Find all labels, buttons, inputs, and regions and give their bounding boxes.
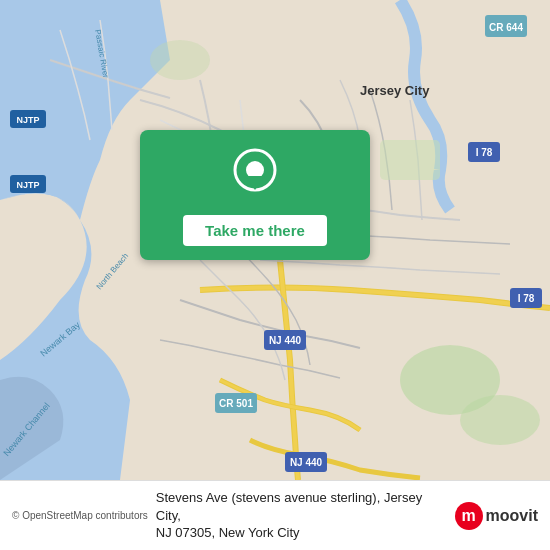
bottom-bar: © OpenStreetMap contributors Stevens Ave… xyxy=(0,480,550,550)
moovit-icon: m xyxy=(455,502,483,530)
moovit-logo: m moovit xyxy=(455,502,538,530)
svg-text:Jersey City: Jersey City xyxy=(360,83,430,98)
moovit-text: moovit xyxy=(486,507,538,525)
svg-text:I 78: I 78 xyxy=(476,147,493,158)
take-me-there-overlay: Take me there xyxy=(140,130,370,260)
svg-text:NJTP: NJTP xyxy=(16,115,39,125)
copyright-text: © OpenStreetMap contributors xyxy=(12,510,148,521)
address-line1: Stevens Ave (stevens avenue sterling), J… xyxy=(156,490,422,523)
svg-point-4 xyxy=(150,40,210,80)
svg-text:CR 644: CR 644 xyxy=(489,22,523,33)
address-container: Stevens Ave (stevens avenue sterling), J… xyxy=(156,489,447,542)
svg-text:NJ 440: NJ 440 xyxy=(290,457,323,468)
svg-text:I 78: I 78 xyxy=(518,293,535,304)
svg-point-2 xyxy=(460,395,540,445)
take-me-there-button[interactable]: Take me there xyxy=(183,215,327,246)
svg-rect-3 xyxy=(380,140,440,180)
map-container: Jersey City CR 644 I 78 I 78 NJ 440 NJ 4… xyxy=(0,0,550,480)
svg-text:NJTP: NJTP xyxy=(16,180,39,190)
map-pin xyxy=(233,148,277,206)
svg-text:NJ 440: NJ 440 xyxy=(269,335,302,346)
address-line2: NJ 07305, New York City xyxy=(156,525,300,540)
svg-text:CR 501: CR 501 xyxy=(219,398,253,409)
